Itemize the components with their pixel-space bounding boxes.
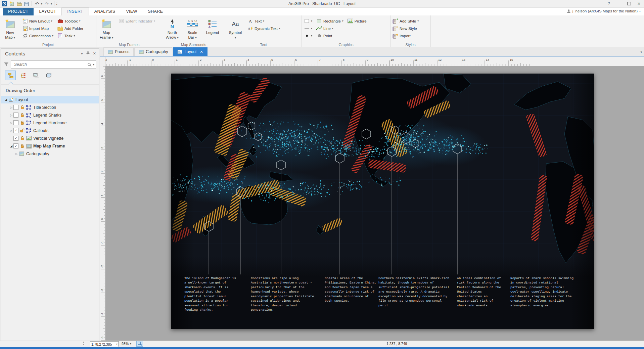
redo-button[interactable]: ↷ bbox=[44, 1, 50, 6]
close-panel-icon[interactable]: ✕ bbox=[93, 51, 96, 56]
tree-item-layout[interactable]: ◢Layout bbox=[1, 96, 99, 103]
rect-swatch-button[interactable]: ▾ bbox=[303, 17, 313, 25]
line-button[interactable]: Line▾ bbox=[315, 25, 344, 32]
connections-button[interactable]: Connections▾ bbox=[21, 32, 54, 39]
collapse-icon[interactable]: ◢ bbox=[9, 144, 13, 148]
north-arrow-button[interactable]: NNorthArrow ▾ bbox=[163, 17, 181, 41]
close-tab-icon[interactable]: ✕ bbox=[200, 50, 203, 54]
expand-icon[interactable]: ▷ bbox=[14, 152, 19, 156]
redo-dropdown[interactable]: ▾ bbox=[51, 2, 52, 5]
legend-button[interactable]: Legend bbox=[203, 17, 222, 36]
ribbon-tab-project[interactable]: PROJECT bbox=[3, 8, 34, 15]
tree-item-cartography[interactable]: ▷Cartography bbox=[1, 150, 99, 158]
scroll-spinner[interactable]: ▲▼ bbox=[83, 341, 85, 346]
lock-icon[interactable] bbox=[20, 113, 25, 117]
expand-icon[interactable]: ▷ bbox=[9, 114, 13, 117]
ribbon-tab-share[interactable]: SHARE bbox=[143, 8, 169, 15]
add-style-button[interactable]: Add Style▾ bbox=[392, 17, 420, 25]
lock-icon[interactable] bbox=[20, 136, 25, 140]
scale-bar-button[interactable]: 0510ScaleBar ▾ bbox=[183, 17, 201, 41]
undo-dropdown[interactable]: ▾ bbox=[41, 2, 42, 5]
picture-button[interactable]: Picture bbox=[347, 17, 368, 25]
customize-quick-access-button[interactable]: ▾ bbox=[56, 2, 57, 6]
view-tab-layout[interactable]: Layout✕ bbox=[173, 47, 207, 56]
lock-icon[interactable] bbox=[20, 144, 25, 148]
visibility-checkbox[interactable]: ✓ bbox=[13, 143, 18, 148]
expand-icon[interactable]: ▷ bbox=[9, 106, 13, 109]
tree-item-legend-hurricane[interactable]: ▷Legend Hurricane bbox=[1, 119, 99, 127]
list-by-element-button[interactable] bbox=[18, 71, 29, 80]
tab-list-chevron-icon[interactable]: ▾ bbox=[640, 50, 642, 54]
collapse-icon[interactable]: ◢ bbox=[4, 98, 8, 101]
task-button[interactable]: Task▾ bbox=[56, 32, 84, 39]
maximize-button[interactable] bbox=[624, 0, 634, 7]
undo-button[interactable]: ↶ bbox=[34, 1, 40, 6]
filter-icon[interactable] bbox=[4, 62, 9, 67]
lock-icon[interactable] bbox=[20, 121, 25, 125]
layout-canvas[interactable]: The island of Madagascar is a well-known… bbox=[105, 66, 644, 341]
zoom-select[interactable]: 93% ▾ bbox=[122, 342, 131, 346]
pin-icon[interactable] bbox=[86, 51, 90, 56]
add-folder-button[interactable]: Add Folder bbox=[56, 25, 84, 32]
import-map-button[interactable]: Import Map bbox=[21, 25, 54, 32]
view-tab-process[interactable]: Process bbox=[103, 47, 134, 56]
visibility-checkbox[interactable] bbox=[13, 120, 18, 125]
arcgis-logo-icon bbox=[1, 1, 7, 6]
scale-select[interactable]: 1:78,272,385 ▾ bbox=[90, 341, 119, 347]
view-tab-cartography[interactable]: Cartography bbox=[134, 47, 172, 56]
import-button[interactable]: Import bbox=[392, 32, 420, 39]
new-map-button[interactable]: NewMap ▾ bbox=[1, 17, 19, 41]
dynamic-text-button[interactable]: ADynamic Text▾ bbox=[246, 25, 281, 32]
account-label: j_nelson (ArcGIS Maps for the Nation) bbox=[572, 9, 638, 13]
expand-icon[interactable]: ▷ bbox=[9, 129, 13, 132]
ribbon-tab-view[interactable]: VIEW bbox=[121, 8, 142, 15]
help-button[interactable]: ? bbox=[604, 0, 614, 7]
button-label: Toolbox bbox=[64, 19, 78, 23]
close-button[interactable]: ✕ bbox=[634, 0, 644, 7]
ribbon-tab-insert[interactable]: INSERT bbox=[61, 7, 89, 15]
layout-page[interactable]: The island of Madagascar is a well-known… bbox=[171, 74, 594, 329]
tree-item-title-section[interactable]: ▷Title Section bbox=[1, 103, 99, 111]
visibility-checkbox[interactable] bbox=[13, 105, 18, 110]
new-project-icon[interactable] bbox=[9, 1, 15, 6]
lock-icon[interactable] bbox=[20, 105, 25, 110]
expand-icon[interactable]: ▷ bbox=[9, 121, 13, 125]
point-button[interactable]: Point bbox=[315, 32, 344, 39]
tree-item-vertical-vignette[interactable]: ✓Vertical Vignette bbox=[1, 134, 99, 142]
list-by-drawing-order-button[interactable] bbox=[5, 71, 16, 80]
open-project-icon[interactable] bbox=[16, 1, 22, 6]
chevron-down-icon: ▾ bbox=[79, 19, 81, 23]
visibility-checkbox[interactable]: ✓ bbox=[13, 136, 18, 141]
rectangle-button[interactable]: Rectangle▾ bbox=[315, 17, 344, 25]
point-swatch-button[interactable]: ▾ bbox=[303, 32, 313, 39]
new-style-button[interactable]: New Style bbox=[392, 25, 420, 32]
list-gallery-button[interactable] bbox=[43, 71, 54, 80]
tree-item-legend-sharks[interactable]: ▷Legend Sharks bbox=[1, 111, 99, 119]
text-button[interactable]: AText▾ bbox=[246, 17, 281, 25]
tree-item-callouts[interactable]: ▷✓Callouts bbox=[1, 127, 99, 134]
account-menu[interactable]: j_nelson (ArcGIS Maps for the Nation) ▾ bbox=[567, 9, 641, 13]
snap-grid-button[interactable] bbox=[136, 341, 143, 347]
toolbox-button[interactable]: Toolbox▾ bbox=[56, 17, 84, 25]
ribbon-tab-layout[interactable]: LAYOUT bbox=[34, 8, 61, 15]
search-options-icon[interactable]: ▾ bbox=[93, 63, 94, 66]
symbol-button[interactable]: AaSymbol ▾ bbox=[226, 17, 244, 41]
map-frame-button[interactable]: MapFrame ▾ bbox=[97, 17, 116, 41]
save-project-icon[interactable] bbox=[24, 1, 30, 6]
tree-item-map-map-frame[interactable]: ◢✓Map Map Frame bbox=[1, 142, 99, 150]
line-swatch-button[interactable]: ▾ bbox=[303, 25, 313, 32]
search-input[interactable] bbox=[13, 62, 87, 67]
divider bbox=[54, 1, 54, 6]
visibility-checkbox[interactable]: ✓ bbox=[13, 128, 18, 133]
panel-menu-icon[interactable]: ▾ bbox=[81, 51, 83, 56]
list-layout-elements-button[interactable] bbox=[31, 71, 41, 80]
group-label: Project bbox=[0, 43, 96, 47]
minimize-button[interactable] bbox=[614, 0, 624, 7]
new-layout-button[interactable]: New Layout▾ bbox=[21, 17, 54, 25]
search-icon[interactable] bbox=[87, 62, 92, 67]
search-box[interactable]: ▾ bbox=[11, 60, 96, 69]
unlock-icon[interactable] bbox=[20, 128, 25, 133]
visibility-checkbox[interactable] bbox=[13, 113, 18, 118]
tree-item-label: Map Map Frame bbox=[33, 144, 65, 148]
ribbon-tab-analysis[interactable]: ANALYSIS bbox=[89, 8, 121, 15]
